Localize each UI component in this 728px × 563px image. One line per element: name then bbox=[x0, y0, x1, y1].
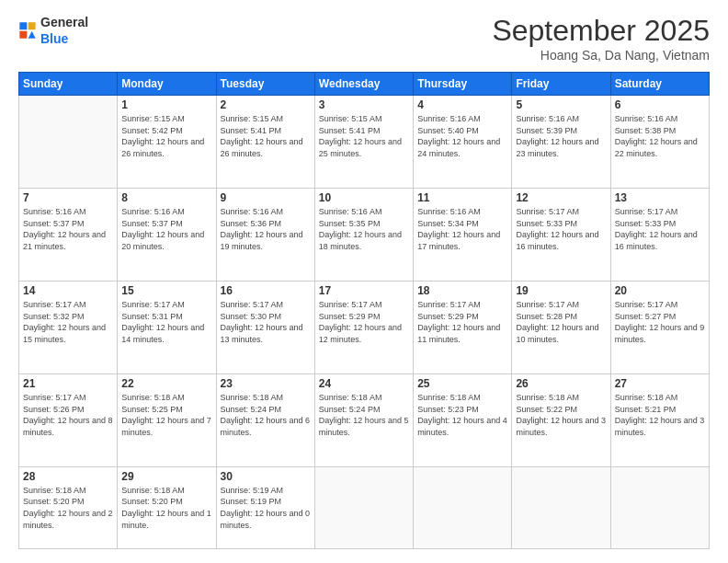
day-number: 12 bbox=[516, 191, 606, 204]
day-number: 16 bbox=[221, 284, 311, 297]
col-thursday: Thursday bbox=[414, 73, 512, 96]
col-sunday: Sunday bbox=[19, 73, 118, 96]
day-info: Sunrise: 5:16 AMSunset: 5:37 PMDaylight:… bbox=[23, 206, 113, 252]
day-info: Sunrise: 5:16 AMSunset: 5:36 PMDaylight:… bbox=[221, 206, 311, 252]
day-number: 2 bbox=[221, 98, 311, 111]
day-info: Sunrise: 5:16 AMSunset: 5:38 PMDaylight:… bbox=[615, 113, 705, 159]
day-number: 19 bbox=[516, 284, 606, 297]
page: General Blue September 2025 Hoang Sa, Da… bbox=[0, 0, 728, 563]
day-number: 23 bbox=[221, 377, 311, 390]
calendar-cell: 15Sunrise: 5:17 AMSunset: 5:31 PMDayligh… bbox=[118, 281, 216, 373]
calendar-cell: 12Sunrise: 5:17 AMSunset: 5:33 PMDayligh… bbox=[512, 188, 610, 281]
day-number: 4 bbox=[417, 98, 507, 111]
calendar-cell: 17Sunrise: 5:17 AMSunset: 5:29 PMDayligh… bbox=[314, 281, 413, 373]
day-number: 11 bbox=[417, 191, 507, 204]
day-info: Sunrise: 5:17 AMSunset: 5:31 PMDaylight:… bbox=[121, 299, 211, 345]
calendar-cell: 26Sunrise: 5:18 AMSunset: 5:22 PMDayligh… bbox=[512, 373, 610, 466]
logo: General Blue bbox=[18, 14, 88, 47]
month-title: September 2025 bbox=[492, 14, 710, 48]
day-number: 8 bbox=[121, 191, 211, 204]
calendar-cell: 8Sunrise: 5:16 AMSunset: 5:37 PMDaylight… bbox=[118, 188, 216, 281]
day-number: 17 bbox=[319, 284, 409, 297]
day-number: 7 bbox=[23, 191, 113, 204]
day-info: Sunrise: 5:16 AMSunset: 5:39 PMDaylight:… bbox=[516, 113, 606, 159]
day-number: 1 bbox=[121, 98, 211, 111]
calendar-cell: 21Sunrise: 5:17 AMSunset: 5:26 PMDayligh… bbox=[19, 373, 118, 466]
day-number: 24 bbox=[319, 377, 409, 390]
calendar-cell: 6Sunrise: 5:16 AMSunset: 5:38 PMDaylight… bbox=[610, 96, 709, 189]
day-info: Sunrise: 5:18 AMSunset: 5:21 PMDaylight:… bbox=[615, 392, 705, 438]
calendar-cell: 24Sunrise: 5:18 AMSunset: 5:24 PMDayligh… bbox=[314, 373, 413, 466]
calendar-cell: 3Sunrise: 5:15 AMSunset: 5:41 PMDaylight… bbox=[314, 96, 413, 189]
day-info: Sunrise: 5:17 AMSunset: 5:26 PMDaylight:… bbox=[23, 392, 113, 438]
day-number: 14 bbox=[23, 284, 113, 297]
header: General Blue September 2025 Hoang Sa, Da… bbox=[18, 14, 710, 63]
calendar-header-row: Sunday Monday Tuesday Wednesday Thursday… bbox=[19, 73, 710, 96]
logo-general: General bbox=[40, 15, 88, 29]
calendar-cell bbox=[610, 466, 709, 548]
svg-rect-1 bbox=[28, 22, 36, 29]
location: Hoang Sa, Da Nang, Vietnam bbox=[492, 48, 710, 63]
day-info: Sunrise: 5:18 AMSunset: 5:20 PMDaylight:… bbox=[121, 485, 211, 531]
svg-marker-3 bbox=[28, 31, 36, 39]
day-number: 13 bbox=[615, 191, 705, 204]
calendar-cell: 16Sunrise: 5:17 AMSunset: 5:30 PMDayligh… bbox=[216, 281, 314, 373]
day-info: Sunrise: 5:15 AMSunset: 5:42 PMDaylight:… bbox=[121, 113, 211, 159]
day-info: Sunrise: 5:17 AMSunset: 5:29 PMDaylight:… bbox=[319, 299, 409, 345]
calendar-cell: 28Sunrise: 5:18 AMSunset: 5:20 PMDayligh… bbox=[19, 466, 118, 548]
week-row-5: 28Sunrise: 5:18 AMSunset: 5:20 PMDayligh… bbox=[19, 466, 710, 548]
day-number: 6 bbox=[615, 98, 705, 111]
day-info: Sunrise: 5:16 AMSunset: 5:37 PMDaylight:… bbox=[121, 206, 211, 252]
day-number: 15 bbox=[121, 284, 211, 297]
calendar-cell: 27Sunrise: 5:18 AMSunset: 5:21 PMDayligh… bbox=[610, 373, 709, 466]
day-number: 10 bbox=[319, 191, 409, 204]
svg-rect-2 bbox=[19, 31, 27, 39]
calendar-cell: 29Sunrise: 5:18 AMSunset: 5:20 PMDayligh… bbox=[118, 466, 216, 548]
day-info: Sunrise: 5:18 AMSunset: 5:25 PMDaylight:… bbox=[121, 392, 211, 438]
calendar-cell: 13Sunrise: 5:17 AMSunset: 5:33 PMDayligh… bbox=[610, 188, 709, 281]
col-saturday: Saturday bbox=[610, 73, 709, 96]
day-number: 20 bbox=[615, 284, 705, 297]
day-info: Sunrise: 5:17 AMSunset: 5:27 PMDaylight:… bbox=[615, 299, 705, 345]
day-number: 29 bbox=[121, 470, 211, 483]
day-number: 25 bbox=[417, 377, 507, 390]
calendar-cell bbox=[414, 466, 512, 548]
day-number: 30 bbox=[221, 470, 311, 483]
week-row-2: 7Sunrise: 5:16 AMSunset: 5:37 PMDaylight… bbox=[19, 188, 710, 281]
day-info: Sunrise: 5:18 AMSunset: 5:23 PMDaylight:… bbox=[417, 392, 507, 438]
calendar-cell: 5Sunrise: 5:16 AMSunset: 5:39 PMDaylight… bbox=[512, 96, 610, 189]
day-info: Sunrise: 5:15 AMSunset: 5:41 PMDaylight:… bbox=[221, 113, 311, 159]
day-number: 3 bbox=[319, 98, 409, 111]
calendar-cell: 18Sunrise: 5:17 AMSunset: 5:29 PMDayligh… bbox=[414, 281, 512, 373]
week-row-4: 21Sunrise: 5:17 AMSunset: 5:26 PMDayligh… bbox=[19, 373, 710, 466]
col-tuesday: Tuesday bbox=[216, 73, 314, 96]
logo-icon bbox=[18, 21, 37, 40]
calendar-cell: 2Sunrise: 5:15 AMSunset: 5:41 PMDaylight… bbox=[216, 96, 314, 189]
calendar-cell: 14Sunrise: 5:17 AMSunset: 5:32 PMDayligh… bbox=[19, 281, 118, 373]
col-monday: Monday bbox=[118, 73, 216, 96]
calendar-cell: 9Sunrise: 5:16 AMSunset: 5:36 PMDaylight… bbox=[216, 188, 314, 281]
calendar-cell bbox=[512, 466, 610, 548]
day-info: Sunrise: 5:17 AMSunset: 5:32 PMDaylight:… bbox=[23, 299, 113, 345]
calendar-cell bbox=[19, 96, 118, 189]
calendar-cell: 11Sunrise: 5:16 AMSunset: 5:34 PMDayligh… bbox=[414, 188, 512, 281]
day-number: 9 bbox=[221, 191, 311, 204]
day-info: Sunrise: 5:16 AMSunset: 5:35 PMDaylight:… bbox=[319, 206, 409, 252]
day-info: Sunrise: 5:18 AMSunset: 5:20 PMDaylight:… bbox=[23, 485, 113, 531]
day-info: Sunrise: 5:17 AMSunset: 5:30 PMDaylight:… bbox=[221, 299, 311, 345]
calendar-cell: 10Sunrise: 5:16 AMSunset: 5:35 PMDayligh… bbox=[314, 188, 413, 281]
day-number: 21 bbox=[23, 377, 113, 390]
title-section: September 2025 Hoang Sa, Da Nang, Vietna… bbox=[492, 14, 710, 63]
calendar-cell: 4Sunrise: 5:16 AMSunset: 5:40 PMDaylight… bbox=[414, 96, 512, 189]
col-friday: Friday bbox=[512, 73, 610, 96]
logo-blue: Blue bbox=[40, 31, 68, 46]
day-number: 22 bbox=[121, 377, 211, 390]
week-row-1: 1Sunrise: 5:15 AMSunset: 5:42 PMDaylight… bbox=[19, 96, 710, 189]
day-number: 28 bbox=[23, 470, 113, 483]
col-wednesday: Wednesday bbox=[314, 73, 413, 96]
svg-rect-0 bbox=[19, 22, 27, 29]
day-info: Sunrise: 5:19 AMSunset: 5:19 PMDaylight:… bbox=[221, 485, 311, 531]
calendar-cell: 1Sunrise: 5:15 AMSunset: 5:42 PMDaylight… bbox=[118, 96, 216, 189]
calendar-cell: 23Sunrise: 5:18 AMSunset: 5:24 PMDayligh… bbox=[216, 373, 314, 466]
day-info: Sunrise: 5:17 AMSunset: 5:29 PMDaylight:… bbox=[417, 299, 507, 345]
